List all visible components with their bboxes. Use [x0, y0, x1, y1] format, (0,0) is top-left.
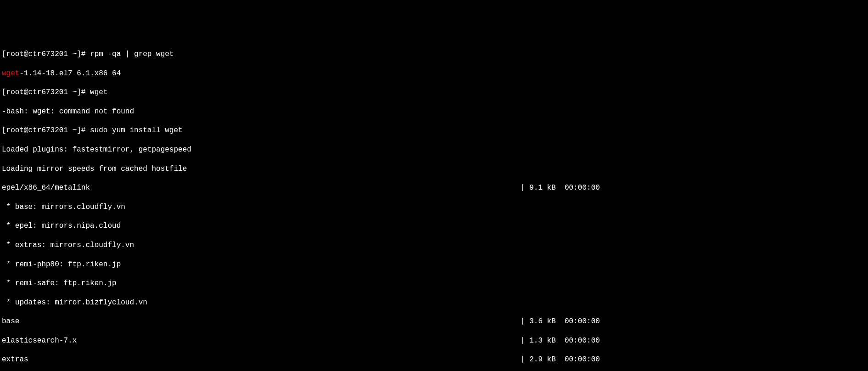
grep-output: wget-1.14-18.el7_6.1.x86_64 — [2, 69, 866, 79]
loading-line: Loading mirror speeds from cached hostfi… — [2, 164, 866, 174]
mirror-updates: * updates: mirror.bizflycloud.vn — [2, 298, 866, 308]
repo-row: extras| 2.9 kB 00:00:00 — [2, 355, 866, 365]
repo-row: elasticsearch-7.x| 1.3 kB 00:00:00 — [2, 336, 866, 346]
command-line-1: [root@ctr673201 ~]# rpm -qa | grep wget — [2, 50, 866, 59]
command-line-3: [root@ctr673201 ~]# sudo yum install wge… — [2, 126, 866, 135]
error-output: -bash: wget: command not found — [2, 107, 866, 117]
mirror-epel: * epel: mirrors.nipa.cloud — [2, 221, 866, 231]
command-line-2: [root@ctr673201 ~]# wget — [2, 88, 866, 97]
terminal-output[interactable]: [root@ctr673201 ~]# rpm -qa | grep wget … — [2, 40, 866, 371]
repo-row: base| 3.6 kB 00:00:00 — [2, 317, 866, 326]
plugins-line: Loaded plugins: fastestmirror, getpagesp… — [2, 145, 866, 155]
mirror-remi-php80: * remi-php80: ftp.riken.jp — [2, 260, 866, 270]
grep-match: wget — [2, 69, 19, 78]
mirror-base: * base: mirrors.cloudfly.vn — [2, 202, 866, 212]
mirror-remi-safe: * remi-safe: ftp.riken.jp — [2, 279, 866, 288]
repo-epel-metalink: epel/x86_64/metalink| 9.1 kB 00:00:00 — [2, 183, 866, 193]
mirror-extras: * extras: mirrors.cloudfly.vn — [2, 241, 866, 250]
